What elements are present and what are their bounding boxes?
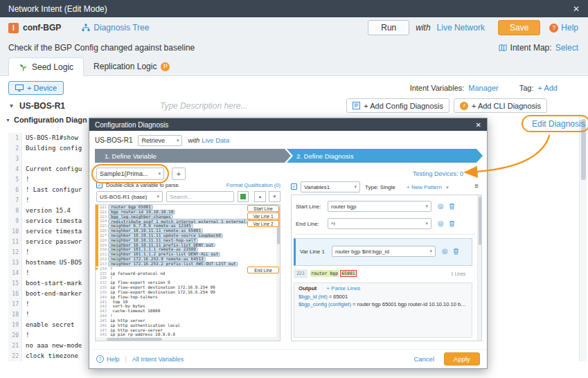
line-number: 239	[98, 290, 108, 295]
line-number: 234	[98, 267, 108, 271]
selected-line-marker	[96, 224, 98, 228]
line-tag[interactable]: Var Line 1	[247, 213, 279, 219]
var-line-input[interactable]: router bgp $int:bgp_id ▾	[332, 246, 436, 257]
delete-var-line-icon[interactable]	[453, 248, 459, 255]
add-sample-button[interactable]: +	[172, 168, 186, 180]
selected-line-marker	[96, 205, 98, 210]
format-qualification-link[interactable]: Format Qualification (0)	[214, 182, 280, 188]
diagnosis-tree-link[interactable]: Diagnosis Tree	[82, 23, 149, 33]
hint-checkbox[interactable]: ✓	[96, 182, 103, 188]
map-icon	[499, 44, 507, 52]
line-tag[interactable]: End Line	[247, 267, 279, 273]
titlebar: Network Intent (Edit Mode) ✕	[0, 0, 588, 17]
delete-start-line-icon[interactable]	[449, 203, 455, 210]
line-tag[interactable]: Var Line 2	[247, 220, 279, 227]
tab-bar: Seed Logic Replication Logic P	[0, 57, 588, 76]
intent-variables-manager-link[interactable]: Manager	[468, 84, 498, 92]
footer-divider: |	[125, 356, 127, 363]
baseline-config-editor[interactable]: 1US-BOS-R1#show2Building config34Current…	[8, 133, 87, 363]
line-marker	[96, 323, 98, 328]
config-line: 13hostname US-BOS	[8, 258, 87, 268]
device-icon	[15, 84, 24, 91]
line-number: 238	[98, 285, 108, 290]
line-tag[interactable]: Start Line	[247, 205, 279, 212]
line-number: 241	[98, 300, 108, 305]
locate-line-icon[interactable]: ◎	[442, 248, 448, 255]
chevron-down-icon: ▾	[446, 185, 449, 190]
config-line: 19enable secret	[8, 320, 87, 330]
line-number: 233	[98, 262, 108, 267]
delete-end-line-icon[interactable]	[449, 220, 455, 227]
add-device-button[interactable]: + Device	[8, 81, 64, 95]
down-arrow-icon: ▼	[273, 195, 277, 199]
search-input[interactable]	[166, 191, 234, 202]
parse-lines-link[interactable]: + Parse Lines	[326, 285, 360, 291]
config-line: 11service passwor	[8, 237, 87, 247]
device-description-input[interactable]	[72, 101, 335, 111]
tab-seed-logic[interactable]: Seed Logic	[8, 57, 84, 76]
start-line-input[interactable]: router bgp ▾	[328, 201, 431, 212]
collapse-chevron-icon[interactable]: ▾	[10, 102, 13, 109]
line-text: cache-timeout 10000	[108, 309, 161, 314]
config-diagnosis-section-header[interactable]: ▼ Configuration Diagn	[6, 116, 87, 124]
save-button[interactable]: Save	[498, 20, 540, 35]
help-question-icon[interactable]: ?	[96, 355, 104, 363]
highlight-button[interactable]	[238, 191, 249, 202]
line-number: 230	[98, 247, 108, 252]
live-data-link[interactable]: Live Data	[202, 136, 229, 144]
modal-close-icon[interactable]: ✕	[476, 121, 481, 129]
chevron-down-icon: ▾	[425, 204, 428, 209]
tag-add-link[interactable]: + Add	[538, 84, 558, 92]
step-define-diagnosis[interactable]: 2. Define Diagnosis	[287, 149, 483, 163]
add-config-diagnosis-button[interactable]: + Add Config Diagnosis	[346, 98, 449, 113]
retrieve-dropdown[interactable]: Retrieve ▾	[138, 135, 182, 146]
testing-devices-link[interactable]: Testing Devices: 0	[413, 170, 463, 177]
line-text: version 15.4	[22, 206, 71, 216]
run-button[interactable]: Run	[368, 20, 409, 35]
pattern-list-icon[interactable]: ≡	[474, 182, 479, 190]
edit-diagnosis-link[interactable]: Edit Diagnosis	[532, 119, 585, 129]
locate-line-icon[interactable]: ◎	[438, 203, 444, 210]
new-pattern-link[interactable]: + New Pattern ▾	[407, 184, 449, 190]
line-number: 235	[98, 271, 108, 276]
line-number: 223	[98, 215, 108, 219]
cancel-button[interactable]: Cancel	[413, 355, 434, 363]
intent-map-select[interactable]: Select	[555, 43, 578, 53]
chevron-down-icon: ▾	[429, 249, 432, 254]
selected-line-marker	[96, 210, 98, 215]
parse-config-line[interactable]: 243 cache-timeout 10000	[96, 309, 280, 314]
pattern-type-label: Type: Single	[365, 184, 395, 190]
modal-titlebar: Configuration Diagnosis ✕	[89, 118, 487, 131]
previous-match-button[interactable]: ▲	[254, 191, 266, 202]
menu-icon[interactable]: ≡	[474, 168, 478, 177]
line-number: 19	[8, 320, 22, 330]
locate-line-icon[interactable]: ◎	[438, 220, 444, 227]
tab-replication-logic[interactable]: Replication Logic P	[84, 57, 179, 75]
main-scrollbar[interactable]	[579, 114, 587, 361]
config-viewer-hscrollbar[interactable]	[96, 337, 280, 341]
help-link[interactable]: ? Help	[549, 23, 578, 33]
step-define-variable[interactable]: 1. Define Variable	[95, 149, 291, 163]
line-number: 20	[8, 330, 22, 341]
variables-checkbox[interactable]: ✓	[291, 183, 297, 190]
base-config-dropdown[interactable]: US-BOS-R1 (base) ▾	[96, 191, 163, 202]
close-icon[interactable]: ✕	[573, 4, 580, 14]
variables-dropdown[interactable]: Variables1 ▾	[301, 181, 360, 192]
matched-line-preview: 221 router bgp 65001 1 Lines	[294, 269, 472, 278]
pattern-panel-scrollbar[interactable]	[477, 195, 481, 341]
config-viewer-hscroll-thumb[interactable]	[107, 338, 162, 341]
config-line: 10service timesta	[8, 226, 87, 237]
next-match-button[interactable]: ▼	[269, 191, 280, 202]
modal-help-link[interactable]: Help	[107, 356, 120, 363]
line-number: 245	[98, 318, 108, 323]
live-network-link[interactable]: Live Network	[437, 23, 485, 33]
apply-button[interactable]: Apply	[444, 352, 480, 366]
end-line-input[interactable]: ^! ▾	[328, 218, 431, 229]
pattern-panel-scroll-thumb[interactable]	[479, 197, 481, 245]
parse-config-line[interactable]: 233neighbor 172.16.253.2 prefix-list AWS…	[96, 262, 280, 267]
add-cli-diagnosis-button[interactable]: f + Add CLI Diagnosis	[454, 98, 547, 113]
chevron-down-icon: ▾	[354, 184, 357, 190]
all-intent-variables-link[interactable]: All Intent Variables	[132, 356, 184, 363]
sample-dropdown[interactable]: Sample1(Prima... ▾	[96, 168, 164, 180]
line-number: 221	[98, 205, 108, 210]
